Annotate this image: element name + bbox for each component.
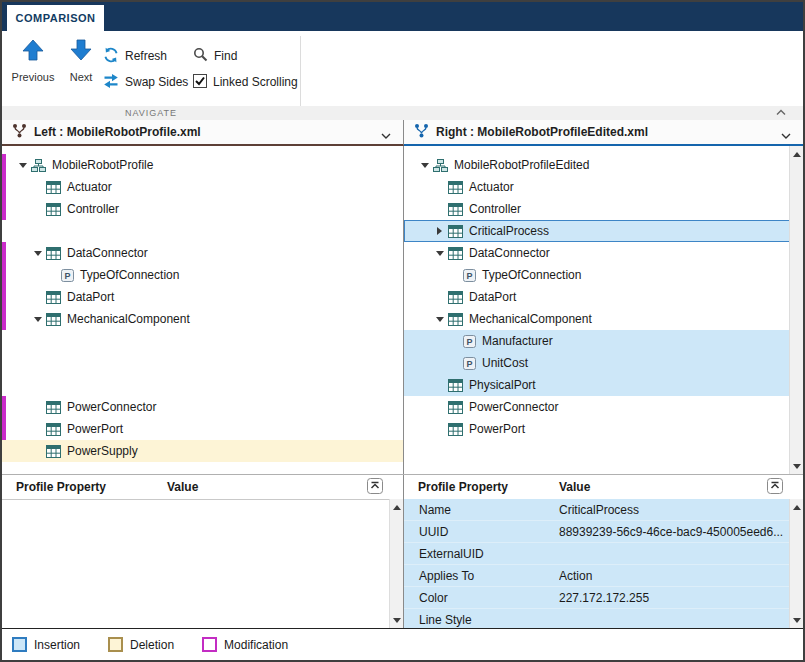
titlebar: COMPARISON <box>2 2 803 31</box>
tree-row[interactable]: PhysicalPort <box>404 374 790 396</box>
tree-row[interactable]: DataConnector <box>2 242 403 264</box>
expander-open-icon[interactable] <box>433 247 446 260</box>
next-button[interactable]: Next <box>60 37 102 99</box>
chevron-down-icon[interactable] <box>781 129 791 143</box>
tree-row[interactable]: PowerConnector <box>404 396 790 418</box>
expander-open-icon[interactable] <box>16 159 29 172</box>
right-tree-pane: MobileRobotProfileEditedActuatorControll… <box>404 146 803 474</box>
column-header-property: Profile Property <box>404 480 559 494</box>
previous-button[interactable]: Previous <box>8 37 58 99</box>
collapse-panel-button[interactable] <box>767 478 783 494</box>
expander-closed-icon[interactable] <box>433 225 446 238</box>
scroll-down-icon[interactable] <box>790 459 803 473</box>
tree-node-label: Controller <box>469 202 521 216</box>
tree-row[interactable]: MechanicalComponent <box>2 308 403 330</box>
property-row[interactable]: NameCriticalProcess <box>404 499 790 521</box>
linked-scrolling-label: Linked Scrolling <box>213 75 298 89</box>
expander-open-icon[interactable] <box>31 247 44 260</box>
property-row[interactable]: Color227.172.172.255 <box>404 587 790 609</box>
tree-row[interactable]: MobileRobotProfileEdited <box>404 154 790 176</box>
scroll-down-icon[interactable] <box>790 613 803 627</box>
tree-row[interactable]: DataPort <box>404 286 790 308</box>
stereotype-icon <box>46 181 61 194</box>
property-value: CriticalProcess <box>559 503 790 517</box>
tree-node-label: Actuator <box>67 180 112 194</box>
insertion-color-swatch <box>12 637 27 652</box>
expander-open-icon[interactable] <box>418 159 431 172</box>
svg-text:P: P <box>466 270 472 280</box>
root-icon <box>433 159 448 172</box>
stereotype-icon <box>46 247 61 260</box>
tree-node-label: Actuator <box>469 180 514 194</box>
property-name: UUID <box>404 525 559 539</box>
expander-spacer <box>433 401 446 414</box>
property-row[interactable]: Line Style <box>404 609 790 628</box>
tree-row[interactable]: DataPort <box>2 286 403 308</box>
stereotype-icon <box>46 203 61 216</box>
legend-label: Modification <box>224 638 288 652</box>
scroll-up-icon[interactable] <box>790 147 803 161</box>
tree-row[interactable]: PowerPort <box>404 418 790 440</box>
tree-row[interactable]: PManufacturer <box>404 330 790 352</box>
chevron-down-icon[interactable] <box>381 129 391 143</box>
tree-row[interactable]: PowerConnector <box>2 396 403 418</box>
tree-row[interactable]: PTypeOfConnection <box>2 264 403 286</box>
tree-row[interactable]: PowerPort <box>2 418 403 440</box>
column-header-value: Value <box>559 480 590 494</box>
scroll-up-icon[interactable] <box>790 500 803 514</box>
find-button[interactable]: Find <box>193 47 237 65</box>
expander-spacer <box>31 445 44 458</box>
tree-row[interactable]: Controller <box>2 198 403 220</box>
tree-row[interactable]: PTypeOfConnection <box>404 264 790 286</box>
property-row[interactable]: ExternalUID <box>404 543 790 565</box>
scroll-up-icon[interactable] <box>390 500 403 514</box>
branch-icon <box>12 123 27 141</box>
tree-row[interactable]: MechanicalComponent <box>404 308 790 330</box>
swap-sides-button[interactable]: Swap Sides <box>103 73 188 91</box>
tree-node-label: MechanicalComponent <box>67 312 190 326</box>
tree-spacer-row <box>2 352 403 374</box>
right-tree-scrollbar[interactable] <box>789 146 803 474</box>
tree-row[interactable]: MobileRobotProfile <box>2 154 403 176</box>
property-row[interactable]: UUID88939239-56c9-46ce-bac9-450005eed6..… <box>404 521 790 543</box>
right-table-scrollbar[interactable] <box>789 499 803 628</box>
stereotype-icon <box>46 313 61 326</box>
property-name: Line Style <box>404 613 559 627</box>
expander-open-icon[interactable] <box>433 313 446 326</box>
tree-row[interactable]: CriticalProcess <box>404 220 790 242</box>
swap-sides-label: Swap Sides <box>125 75 188 89</box>
tree-spacer-row <box>2 220 403 242</box>
tree-row[interactable]: Controller <box>404 198 790 220</box>
tree-row[interactable]: Actuator <box>2 176 403 198</box>
stereotype-icon <box>448 247 463 260</box>
linked-scrolling-checkbox[interactable]: Linked Scrolling <box>193 73 298 91</box>
property-name: Applies To <box>404 569 559 583</box>
property-name: ExternalUID <box>404 547 559 561</box>
collapse-panel-button[interactable] <box>367 478 383 494</box>
collapse-ribbon-button[interactable] <box>773 106 789 118</box>
refresh-label: Refresh <box>125 49 167 63</box>
tree-node-label: Controller <box>67 202 119 216</box>
right-property-table: Profile Property Value NameCriticalProce… <box>404 475 803 628</box>
left-table-scrollbar[interactable] <box>389 499 403 628</box>
tree-panels: MobileRobotProfileActuatorControllerData… <box>2 146 803 474</box>
expander-spacer <box>448 269 461 282</box>
refresh-button[interactable]: Refresh <box>103 47 167 65</box>
legend-item: Deletion <box>108 637 174 652</box>
tree-row[interactable]: DataConnector <box>404 242 790 264</box>
tab-comparison[interactable]: COMPARISON <box>7 5 104 31</box>
left-source-selector[interactable]: Left : MobileRobotProfile.xml <box>2 120 404 146</box>
expander-spacer <box>46 269 59 282</box>
tree-row[interactable]: PowerSupply <box>2 440 403 462</box>
property-tables: Profile Property Value Profile Property … <box>2 474 803 628</box>
right-tree: MobileRobotProfileEditedActuatorControll… <box>404 146 790 474</box>
right-source-selector[interactable]: Right : MobileRobotProfileEdited.xml <box>404 120 803 146</box>
expander-spacer <box>448 357 461 370</box>
tree-row[interactable]: Actuator <box>404 176 790 198</box>
property-row[interactable]: Applies ToAction <box>404 565 790 587</box>
scroll-down-icon[interactable] <box>390 613 403 627</box>
tree-row[interactable]: PUnitCost <box>404 352 790 374</box>
left-property-table-body <box>2 499 390 628</box>
expander-open-icon[interactable] <box>31 313 44 326</box>
property-value: 227.172.172.255 <box>559 591 790 605</box>
